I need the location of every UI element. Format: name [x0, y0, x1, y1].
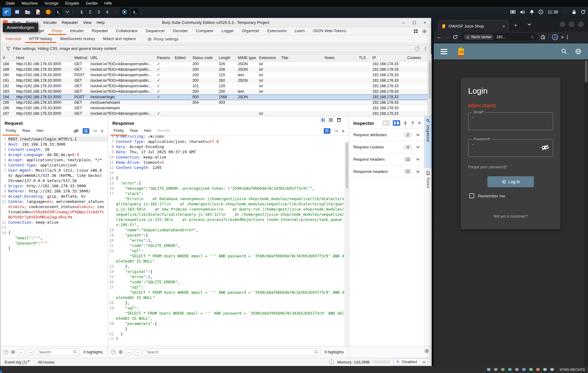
tab-extensions[interactable]: Extensions: [263, 27, 291, 35]
search-prev-button[interactable]: ←: [125, 349, 132, 356]
response-editor[interactable]: 6X-Recruiting: /#/jobs7Content-Type: app…: [108, 136, 349, 340]
reload-icon[interactable]: [453, 35, 458, 39]
vbox-menu-item-eingabe[interactable]: Eingabe: [62, 1, 82, 6]
file-manager-icon[interactable]: [23, 8, 32, 16]
table-row-188[interactable]: 188http://192.168.178.33:3000GET/socket.…: [0, 62, 432, 67]
column-header-mime-type[interactable]: MIME type: [235, 54, 257, 61]
files-app-icon[interactable]: [13, 8, 21, 16]
search-help-icon[interactable]: ?: [111, 350, 116, 355]
email-field[interactable]: Email* ': [468, 112, 553, 130]
kali-menu-icon[interactable]: [2, 8, 11, 16]
remember-me-checkbox[interactable]: [469, 193, 474, 198]
soft-wrap-toggle-icon[interactable]: [324, 128, 330, 134]
workspace-3[interactable]: 3: [95, 9, 103, 14]
table-row-191[interactable]: 191http://192.168.178.33:3000GET/socket.…: [0, 78, 432, 84]
burp-menu-repeater[interactable]: Repeater: [59, 19, 80, 26]
new-tab-button[interactable]: +: [514, 23, 517, 28]
forward-icon[interactable]: →: [445, 34, 450, 40]
table-row-196[interactable]: 196http://192.168.178.33:3000GET/rest/us…: [0, 106, 432, 111]
editor-tab-render[interactable]: Render: [154, 126, 173, 136]
browser-tab-juice-shop[interactable]: OWASP Juice Shop ×: [438, 20, 508, 32]
all-issues-link[interactable]: All issues: [38, 360, 55, 364]
show-newlines-icon[interactable]: \n: [93, 129, 97, 133]
power-manager-tray-icon[interactable]: [538, 9, 543, 14]
table-row-195[interactable]: 195http://192.168.178.33:3000GET/rest/us…: [0, 100, 432, 106]
network-tray-icon[interactable]: [510, 10, 515, 14]
ai-dropdown-icon[interactable]: [419, 359, 427, 365]
response-scrollbar[interactable]: [345, 141, 349, 346]
inspector-section-response-headers[interactable]: Response headers11: [349, 165, 424, 177]
browser-menu-icon[interactable]: [567, 35, 568, 39]
column-header-notes[interactable]: Notes: [322, 54, 356, 61]
maximize-button[interactable]: [413, 21, 416, 24]
search-next-button[interactable]: →: [27, 349, 34, 356]
back-icon[interactable]: ←: [437, 34, 442, 40]
bookmark-star-icon[interactable]: ☆: [530, 35, 534, 39]
logout-icon[interactable]: [581, 9, 586, 14]
editor-tab-hex[interactable]: Hex: [33, 126, 47, 136]
tab-intruder[interactable]: Intruder: [66, 27, 88, 35]
security-chip[interactable]: ⚠ Nicht sicher: [464, 34, 494, 40]
register-link[interactable]: Not yet a customer?: [468, 214, 553, 218]
help-icon[interactable]: ?: [415, 46, 420, 51]
language-globe-icon[interactable]: [575, 48, 581, 54]
expand-all-icon[interactable]: [403, 121, 408, 125]
email-value[interactable]: ': [468, 113, 553, 125]
subtab-intercept[interactable]: Intercept: [2, 35, 25, 43]
document-app-icon[interactable]: [34, 8, 42, 16]
column-header-title[interactable]: Title: [279, 54, 322, 61]
dock-left-toggle-icon[interactable]: [382, 120, 390, 126]
column-header-length[interactable]: Length: [216, 54, 235, 61]
firefox-icon[interactable]: [44, 8, 53, 16]
workspace-2[interactable]: 2: [86, 9, 95, 14]
zap-browser-taskbar-icon[interactable]: [120, 8, 129, 16]
table-scrollbar[interactable]: [428, 62, 432, 117]
layout-rows-icon[interactable]: [329, 118, 333, 121]
column-header--[interactable]: # ^: [0, 54, 14, 61]
search-next-button[interactable]: →: [135, 349, 141, 356]
more-options-icon[interactable]: [425, 47, 426, 51]
tab-logger[interactable]: Logger: [218, 27, 238, 35]
workspace-1[interactable]: 1: [77, 9, 86, 14]
editor-menu-icon[interactable]: ≡: [101, 128, 103, 133]
terminal-launcher-icon[interactable]: $_: [54, 8, 63, 16]
search-settings-gear-icon[interactable]: [11, 350, 15, 354]
inspector-section-request-headers[interactable]: Request headers11: [349, 153, 424, 165]
tab-proxy[interactable]: Proxy: [48, 27, 66, 35]
password-field[interactable]: Password* ': [468, 139, 553, 157]
show-newlines-icon[interactable]: \n: [334, 129, 338, 133]
search-help-icon[interactable]: ?: [3, 350, 8, 355]
close-tab-icon[interactable]: ×: [503, 24, 505, 29]
editor-tab-pretty[interactable]: Pretty: [110, 126, 127, 136]
subtab-proxy-settings[interactable]: Proxy settings: [145, 35, 181, 43]
search-icon[interactable]: [561, 48, 567, 54]
editor-tab-raw[interactable]: Raw: [19, 126, 33, 136]
overflow-extensions-icon[interactable]: »: [561, 34, 564, 40]
column-header-method[interactable]: Method: [72, 54, 88, 61]
profile-avatar-icon[interactable]: [552, 34, 558, 40]
response-search-input[interactable]: [144, 350, 320, 354]
login-button[interactable]: Log in: [487, 176, 534, 187]
column-header-ip[interactable]: IP: [370, 54, 405, 61]
vbox-menu-item-anzeige[interactable]: Anzeige: [42, 1, 61, 6]
table-row-189[interactable]: 189http://192.168.178.33:3000GET/socket.…: [0, 67, 432, 73]
editor-menu-icon[interactable]: ≡: [342, 128, 344, 133]
tab-repeater[interactable]: Repeater: [88, 27, 112, 35]
table-row-194[interactable]: 194http://192.168.178.33:3000POST/rest/u…: [0, 95, 432, 100]
search-prev-button[interactable]: ←: [18, 349, 24, 356]
tab-sequencer[interactable]: Sequencer: [142, 27, 169, 35]
burp-menu-help[interactable]: Help: [94, 19, 107, 26]
table-row-190[interactable]: 190http://192.168.178.33:3000POST/socket…: [0, 73, 432, 78]
tab-comparer[interactable]: Comparer: [192, 27, 218, 35]
burp-ai-button[interactable]: Disabled: [393, 358, 427, 366]
forgot-password-link[interactable]: Forgot your password?: [468, 165, 507, 169]
table-header-row[interactable]: # ^HostMethodURLParamsEditedStatus codeL…: [0, 54, 432, 62]
column-header-tls[interactable]: TLS: [356, 54, 370, 61]
column-header-edited[interactable]: Edited: [172, 54, 190, 61]
sidebar-tab-notes[interactable]: Notes: [424, 168, 432, 202]
burp-menu-intruder[interactable]: Intruder: [41, 19, 59, 26]
vbox-menu-item-hilfe[interactable]: Hilfe: [102, 1, 115, 6]
tab-collaborator[interactable]: Collaborator: [112, 27, 142, 35]
settings-gear-icon[interactable]: [422, 29, 427, 34]
terminal-window-taskbar-icon[interactable]: $_: [131, 8, 139, 16]
